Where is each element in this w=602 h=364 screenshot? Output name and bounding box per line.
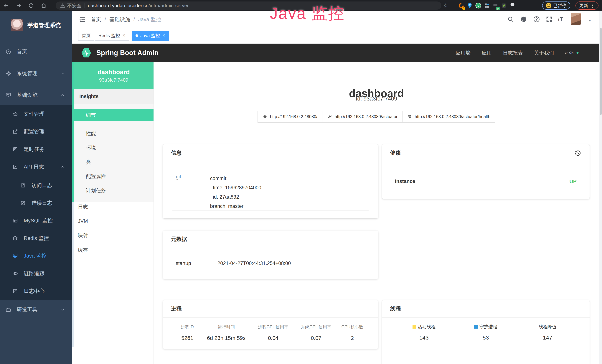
extension-icon-green-circle[interactable]: y bbox=[475, 2, 482, 9]
breadcrumb-infra[interactable]: 基础设施 bbox=[109, 16, 130, 23]
tab-label: 首页 bbox=[82, 33, 91, 39]
active-dot bbox=[136, 34, 138, 37]
row-divider bbox=[392, 191, 580, 191]
sidebar-item-api-log[interactable]: API 日志 bbox=[0, 159, 72, 175]
screen: 不安全 dashboard.yudao.iocoder.cn/infra/adm… bbox=[0, 0, 602, 364]
service-url-button[interactable]: http://192.168.0.2:48080/ bbox=[258, 111, 322, 123]
live-threads-value: 143 bbox=[393, 334, 455, 341]
chevron-down-icon: ▼ bbox=[575, 50, 580, 55]
scrollbar-thumb[interactable] bbox=[600, 28, 602, 115]
sba-item-scheduled-tasks[interactable]: 计划任务 bbox=[74, 185, 153, 197]
app-logo-row[interactable]: 芋道管理系统 bbox=[0, 11, 72, 34]
health-instance-row[interactable]: Instance UP bbox=[395, 179, 577, 184]
security-label[interactable]: 不安全 bbox=[67, 2, 82, 9]
sidebar-item-mysql-monitor[interactable]: MySQL 监控 bbox=[0, 213, 72, 229]
extension-icon-orange[interactable]: 1 bbox=[458, 2, 465, 9]
table-icon bbox=[13, 218, 18, 223]
sidebar-item-home[interactable]: 首页 bbox=[0, 43, 72, 60]
sidebar-item-label: MySQL 监控 bbox=[24, 217, 53, 224]
page-scrollbar[interactable] bbox=[599, 11, 602, 364]
sba-item-caches[interactable]: 缓存 bbox=[72, 244, 152, 256]
extension-icon-leaf[interactable] bbox=[501, 2, 507, 9]
tab-java-monitor[interactable]: Java 监控 ✕ bbox=[132, 31, 169, 41]
health-row-label: Instance bbox=[395, 179, 415, 184]
sba-item-mappings[interactable]: 映射 bbox=[72, 229, 152, 241]
sidebar-section-insights[interactable]: Insights bbox=[74, 89, 153, 104]
history-icon[interactable] bbox=[574, 150, 581, 157]
sidebar-item-infra[interactable]: 基础设施 bbox=[0, 86, 72, 104]
breadcrumb-home[interactable]: 首页 bbox=[91, 16, 101, 23]
close-icon[interactable]: ✕ bbox=[162, 33, 165, 38]
layers-icon bbox=[13, 236, 18, 241]
sba-main: dashboard Id: 93a3fc7f7409 http://192.16… bbox=[153, 62, 599, 364]
tab-home[interactable]: 首页 bbox=[78, 31, 94, 41]
sba-item-logs[interactable]: 日志 bbox=[72, 201, 152, 213]
sidebar-item-scheduled-jobs[interactable]: 定时任务 bbox=[0, 141, 72, 157]
row-divider bbox=[172, 210, 369, 211]
sba-item-environment[interactable]: 环境 bbox=[74, 142, 153, 154]
sidebar-item-access-log[interactable]: 访问日志 bbox=[0, 177, 72, 193]
sidebar-item-label: 日志中心 bbox=[24, 288, 44, 295]
close-icon[interactable]: ✕ bbox=[122, 33, 126, 38]
info-key: git bbox=[176, 174, 210, 211]
info-card: 信息 git commit: time: 1596289704000 id: 2… bbox=[163, 144, 378, 218]
sidebar-item-redis-monitor[interactable]: Redis 监控 bbox=[0, 230, 72, 246]
back-icon[interactable] bbox=[2, 2, 10, 9]
home-icon[interactable] bbox=[40, 2, 47, 9]
bookmark-star-icon[interactable]: ☆ bbox=[443, 2, 449, 9]
fullscreen-icon[interactable] bbox=[546, 16, 553, 23]
legend-swatch-live bbox=[412, 325, 416, 329]
sidebar-item-system[interactable]: 系统管理 bbox=[0, 64, 72, 82]
paused-extension-button[interactable]: 已暂停 bbox=[542, 1, 570, 10]
sba-item-config-props[interactable]: 配置属性 bbox=[74, 171, 153, 182]
instance-header[interactable]: dashboard 93a3fc7f7409 bbox=[74, 62, 153, 89]
language-selector[interactable]: zh-CN ▼ bbox=[565, 50, 580, 55]
sidebar-item-java-monitor[interactable]: Java 监控 bbox=[0, 248, 72, 264]
nav-about[interactable]: 关于我们 bbox=[534, 50, 554, 56]
threads-legend: 活动线程 守护进程 线程峰值 143 53 147 bbox=[393, 324, 579, 341]
threads-card: 线程 活动线程 守护进程 线程峰值 143 53 147 140 120 100 bbox=[382, 300, 590, 364]
extension-icon-pin[interactable] bbox=[466, 2, 473, 9]
java-monitor-icon bbox=[13, 253, 18, 258]
help-icon[interactable] bbox=[533, 16, 540, 23]
health-url-button[interactable]: http://192.168.0.2:48080/actuator/health bbox=[402, 111, 495, 123]
app-title: 芋道管理系统 bbox=[27, 21, 61, 29]
sba-item-details[interactable]: 细节 bbox=[74, 109, 153, 121]
sba-item-jvm[interactable]: JVM bbox=[72, 215, 152, 227]
font-size-icon[interactable]: ₜT bbox=[558, 16, 565, 23]
hamburger-icon[interactable] bbox=[79, 16, 86, 23]
puzzle-extensions-icon[interactable] bbox=[509, 2, 516, 9]
avatar-caret-icon[interactable]: ▾ bbox=[589, 18, 591, 23]
sba-brand[interactable]: Spring Boot Admin bbox=[80, 47, 159, 59]
sidebar-item-tracing[interactable]: 链路追踪 bbox=[0, 266, 72, 281]
nav-journal[interactable]: 日志报表 bbox=[503, 50, 523, 56]
tags-view-bar: 首页 Redis 监控 ✕ Java 监控 ✕ bbox=[72, 28, 602, 44]
sidebar-item-label: 错误日志 bbox=[32, 200, 52, 207]
link-label: http://192.168.0.2:48080/actuator/health bbox=[415, 114, 490, 119]
tab-label: Java 监控 bbox=[140, 33, 160, 39]
sidebar-item-label: Redis 监控 bbox=[24, 235, 49, 242]
sidebar-item-log-center[interactable]: 日志中心 bbox=[0, 283, 72, 299]
chrome-update-button[interactable]: 更新 ⋮ bbox=[575, 1, 599, 10]
reload-icon[interactable] bbox=[27, 2, 35, 9]
actuator-url-button[interactable]: http://192.168.0.2:48080/actuator bbox=[322, 111, 402, 123]
kebab-menu-icon[interactable]: ⋮ bbox=[590, 3, 595, 9]
sidebar-item-error-log[interactable]: 错误日志 bbox=[0, 195, 72, 211]
sidebar-item-dev-tools[interactable]: 研发工具 bbox=[0, 301, 72, 319]
nav-applications-wall[interactable]: 应用墙 bbox=[456, 50, 471, 56]
nav-applications[interactable]: 应用 bbox=[482, 50, 492, 56]
github-icon[interactable] bbox=[520, 16, 527, 23]
tab-redis-monitor[interactable]: Redis 监控 ✕ bbox=[95, 31, 129, 41]
extension-icon-on-switch[interactable]: on bbox=[492, 2, 499, 9]
daemon-threads-value: 53 bbox=[455, 334, 516, 341]
avatar[interactable] bbox=[571, 13, 581, 25]
sidebar-item-file-manage[interactable]: 文件管理 bbox=[0, 106, 72, 122]
extension-icon-grid[interactable] bbox=[484, 2, 490, 9]
sba-item-metrics[interactable]: 性能 bbox=[74, 128, 153, 139]
forward-icon[interactable] bbox=[15, 2, 22, 9]
address-bar[interactable]: 不安全 dashboard.yudao.iocoder.cn/infra/adm… bbox=[56, 1, 441, 10]
sba-item-classes[interactable]: 类 bbox=[74, 156, 153, 168]
search-icon[interactable] bbox=[507, 16, 514, 23]
sidebar-item-config-manage[interactable]: 配置管理 bbox=[0, 124, 72, 140]
sidebar-item-label: Java 监控 bbox=[24, 252, 46, 259]
